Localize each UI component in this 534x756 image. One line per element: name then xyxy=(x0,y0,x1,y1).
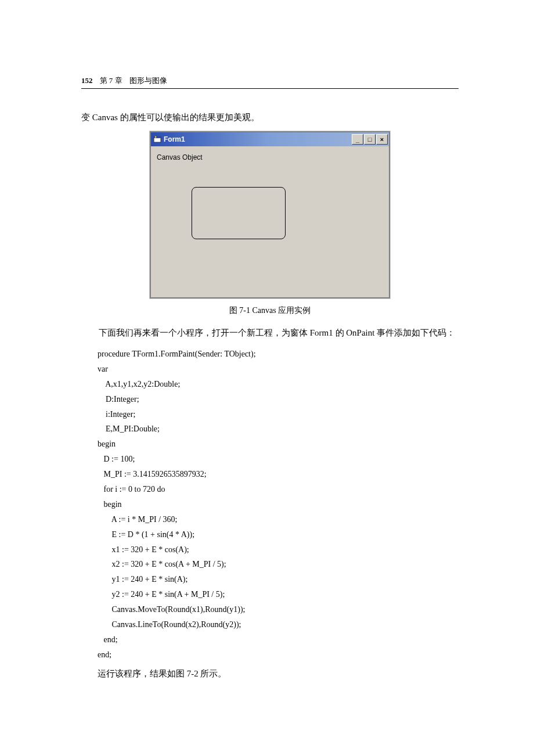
svg-rect-1 xyxy=(154,137,161,138)
chapter-title: 图形与图像 xyxy=(129,75,167,86)
canvas-text-label: Canvas Object xyxy=(157,153,203,161)
app-window: Form1 _ □ × Canvas Object xyxy=(150,131,390,298)
chapter-label: 第 7 章 xyxy=(100,75,122,86)
figure-7-1: Form1 _ □ × Canvas Object 图 7-1 Canvas 应… xyxy=(81,131,459,316)
code-listing: procedure TForm1.FormPaint(Sender: TObje… xyxy=(98,347,459,663)
canvas-roundrect xyxy=(192,187,286,239)
minimize-button[interactable]: _ xyxy=(352,134,363,145)
closing-paragraph: 运行该程序，结果如图 7-2 所示。 xyxy=(98,666,459,682)
window-client-area: Canvas Object xyxy=(151,146,389,297)
maximize-button[interactable]: □ xyxy=(364,134,376,145)
titlebar: Form1 _ □ × xyxy=(151,132,389,146)
app-icon xyxy=(153,135,161,143)
window-title: Form1 xyxy=(164,135,352,143)
window-buttons: _ □ × xyxy=(352,134,388,145)
page-header: 152 第 7 章 图形与图像 xyxy=(81,75,459,86)
figure-caption: 图 7-1 Canvas 应用实例 xyxy=(81,305,459,316)
close-button[interactable]: × xyxy=(376,134,388,145)
header-rule xyxy=(81,88,459,89)
maximize-icon: □ xyxy=(368,136,372,143)
document-page: 152 第 7 章 图形与图像 变 Canvas 的属性可以使输出的结果更加美观… xyxy=(0,0,534,722)
paragraph-2: 下面我们再来看一个小程序，打开一个新工程，为窗体 Form1 的 OnPaint… xyxy=(81,325,459,341)
page-number: 152 xyxy=(81,76,93,85)
close-icon: × xyxy=(380,136,384,143)
minimize-icon: _ xyxy=(356,136,359,143)
intro-paragraph: 变 Canvas 的属性可以使输出的结果更加美观。 xyxy=(81,110,459,125)
